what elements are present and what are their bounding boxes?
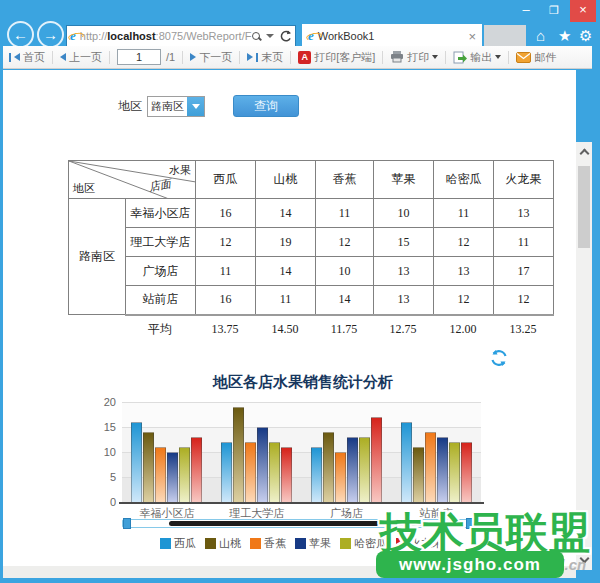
- legend-item[interactable]: 西瓜: [160, 536, 196, 551]
- back-button[interactable]: ←: [7, 21, 34, 48]
- prev-page-icon: [60, 53, 66, 61]
- table-cell: 14: [256, 199, 316, 228]
- chart-bar: [191, 437, 202, 502]
- settings-gear-icon[interactable]: ⚙: [579, 27, 592, 45]
- search-icon[interactable]: [252, 32, 261, 41]
- table-column-header: 火龙果: [494, 161, 554, 199]
- table-cell: 10: [374, 199, 434, 228]
- new-tab-button[interactable]: [484, 25, 526, 47]
- print-dropdown-icon[interactable]: [432, 55, 438, 62]
- region-select[interactable]: 路南区: [147, 96, 205, 117]
- page-total: /1: [166, 51, 175, 63]
- table-cell: 11: [316, 199, 374, 228]
- chart-bar: [461, 442, 472, 502]
- table-cell: 14: [316, 286, 374, 315]
- ie-logo-icon: e: [308, 28, 314, 44]
- next-page-icon: [190, 53, 196, 61]
- refresh-icon[interactable]: [279, 30, 292, 43]
- maximize-button[interactable]: ❐: [540, 0, 568, 22]
- table-store-cell: 理工大学店: [126, 228, 196, 257]
- chart-bar: [437, 437, 448, 502]
- legend-item[interactable]: 山桃: [205, 536, 241, 551]
- y-axis-tick: 0: [96, 496, 116, 508]
- legend-swatch: [205, 538, 216, 549]
- table-column-header: 哈密瓜: [434, 161, 494, 199]
- legend-label: 西瓜: [174, 536, 196, 551]
- gridline: [122, 427, 481, 428]
- plot-band: [122, 402, 481, 427]
- table-average-value: 14.50: [255, 322, 315, 337]
- address-dropdown-icon[interactable]: [266, 34, 274, 42]
- chart-bar: [257, 427, 268, 502]
- y-axis-tick: 20: [96, 396, 116, 408]
- table-cell: 12: [434, 228, 494, 257]
- mail-icon: [516, 52, 531, 63]
- chart-bar: [311, 447, 322, 502]
- export-dropdown-icon[interactable]: [495, 55, 501, 62]
- forward-button[interactable]: →: [37, 21, 64, 48]
- page-number-input[interactable]: [117, 49, 161, 65]
- legend-item[interactable]: 苹果: [295, 536, 331, 551]
- browser-tab[interactable]: e WorkBook1 ×: [302, 24, 482, 48]
- table-corner-cell: 水果 店面 地区: [69, 161, 196, 199]
- home-icon[interactable]: ⌂: [536, 27, 545, 44]
- table-cell: 11: [434, 199, 494, 228]
- address-bar[interactable]: e http://localhost:8075/WebReport/F: [66, 25, 296, 47]
- corner-label-fruit: 水果: [169, 163, 191, 178]
- mail-button[interactable]: 邮件: [516, 50, 556, 65]
- region-label: 地区: [118, 98, 142, 115]
- prev-page-button[interactable]: 上一页: [60, 50, 102, 65]
- favorites-icon[interactable]: ★: [558, 27, 571, 45]
- chevron-down-icon: [192, 104, 200, 113]
- url-path: :8075/WebReport/F: [156, 30, 252, 42]
- legend-swatch: [250, 538, 261, 549]
- table-cell: 11: [494, 228, 554, 257]
- select-dropdown-button[interactable]: [187, 97, 204, 116]
- minimize-button[interactable]: –: [512, 0, 540, 22]
- table-store-cell: 广场店: [126, 257, 196, 286]
- export-button[interactable]: 输出: [453, 50, 501, 65]
- y-axis-tick: 10: [96, 446, 116, 458]
- last-page-icon: [247, 53, 253, 61]
- gridline: [122, 402, 481, 403]
- legend-swatch: [160, 538, 171, 549]
- table-column-header: 苹果: [374, 161, 434, 199]
- chart-bar: [233, 407, 244, 502]
- chart-bar: [425, 432, 436, 502]
- tab-title: WorkBook1: [318, 30, 375, 42]
- table-average-value: 12.00: [433, 322, 493, 337]
- chart-refresh-icon[interactable]: [489, 348, 509, 368]
- printer-icon: [390, 51, 404, 63]
- table-cell: 10: [316, 257, 374, 286]
- chart-bar: [221, 442, 232, 502]
- table-cell: 16: [196, 286, 256, 315]
- table-store-cell: 站前店: [126, 286, 196, 315]
- table-cell: 19: [256, 228, 316, 257]
- chart-bar: [359, 437, 370, 502]
- table-cell: 11: [256, 286, 316, 315]
- print-client-button[interactable]: A打印[客户端]: [298, 50, 375, 65]
- table-average-value: 13.75: [195, 322, 255, 337]
- table-cell: 12: [434, 286, 494, 315]
- url-host: localhost: [107, 30, 155, 42]
- last-page-button[interactable]: 末页: [247, 50, 283, 65]
- ie-logo-icon: e: [70, 28, 76, 44]
- parameter-pane: 地区 路南区 查询: [118, 95, 299, 117]
- chart-bar: [167, 452, 178, 502]
- close-button[interactable]: ×: [570, 0, 596, 22]
- table-store-cell: 幸福小区店: [126, 199, 196, 228]
- x-axis-line: [119, 502, 484, 504]
- first-page-button[interactable]: 首页: [9, 50, 45, 65]
- scrollbar-thumb[interactable]: [578, 166, 590, 248]
- next-page-button[interactable]: 下一页: [190, 50, 232, 65]
- chart-bar: [269, 442, 280, 502]
- print-button[interactable]: 打印: [390, 50, 438, 65]
- table-average-value: 11.75: [315, 322, 373, 337]
- scroll-up-icon[interactable]: [580, 149, 590, 159]
- tab-close-icon[interactable]: ×: [468, 29, 476, 44]
- legend-item[interactable]: 香蕉: [250, 536, 286, 551]
- query-button[interactable]: 查询: [233, 95, 299, 117]
- table-cell: 17: [494, 257, 554, 286]
- slider-left-handle[interactable]: [123, 518, 131, 529]
- legend-label: 苹果: [309, 536, 331, 551]
